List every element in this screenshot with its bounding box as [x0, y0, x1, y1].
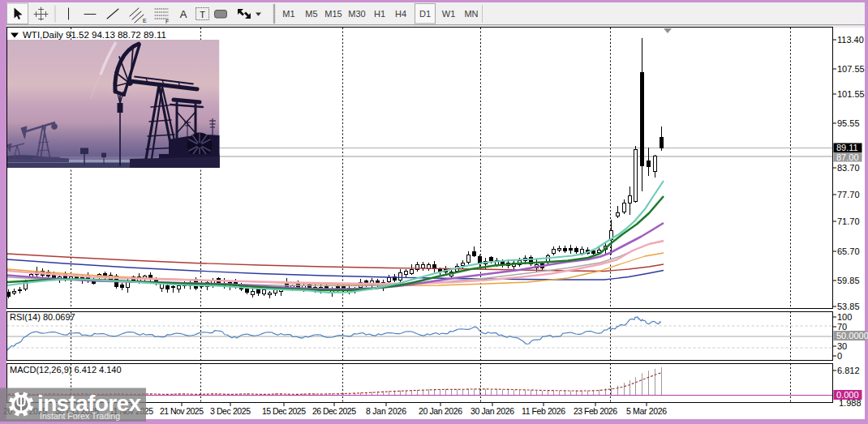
- svg-text:15 Dec 2025: 15 Dec 2025: [262, 406, 306, 416]
- svg-text:5 Mar 2026: 5 Mar 2026: [626, 406, 667, 416]
- svg-text:F: F: [165, 19, 169, 24]
- svg-text:20 Jan 2026: 20 Jan 2026: [419, 406, 462, 416]
- svg-text:87.00: 87.00: [836, 152, 859, 162]
- svg-text:E: E: [143, 18, 147, 24]
- svg-text:113.40: 113.40: [837, 35, 864, 45]
- svg-text:23 Feb 2026: 23 Feb 2026: [574, 406, 617, 416]
- svg-text:M30: M30: [348, 9, 365, 19]
- svg-text:RSI(14) 80.0697: RSI(14) 80.0697: [10, 312, 75, 322]
- svg-text:77.70: 77.70: [837, 190, 860, 199]
- svg-text:8 Jan 2026: 8 Jan 2026: [366, 406, 406, 416]
- svg-text:6.812: 6.812: [837, 366, 860, 375]
- svg-text:101.55: 101.55: [837, 89, 865, 99]
- svg-text:100: 100: [837, 312, 852, 322]
- svg-text:30 Jan 2026: 30 Jan 2026: [471, 406, 514, 416]
- svg-text:21 Nov 2025: 21 Nov 2025: [160, 406, 204, 416]
- svg-text:30: 30: [837, 341, 847, 351]
- svg-text:M5: M5: [305, 9, 317, 19]
- svg-text:WTI,Daily 91.52 94.13 88.72 8: WTI,Daily 91.52 94.13 88.72 89.11: [23, 30, 166, 40]
- svg-text:3 Dec 2025: 3 Dec 2025: [210, 406, 251, 416]
- svg-text:83.70: 83.70: [837, 163, 860, 173]
- svg-text:M15: M15: [324, 9, 342, 19]
- svg-text:71.70: 71.70: [837, 216, 860, 226]
- svg-text:53.85: 53.85: [837, 302, 860, 311]
- svg-text:MN: MN: [464, 9, 478, 19]
- svg-text:50.0000: 50.0000: [836, 331, 868, 340]
- svg-text:0: 0: [837, 351, 842, 361]
- svg-text:59.85: 59.85: [837, 276, 860, 285]
- svg-text:107.55: 107.55: [837, 64, 865, 74]
- svg-text:M1: M1: [282, 9, 294, 19]
- svg-text:11 Feb 2026: 11 Feb 2026: [522, 406, 565, 416]
- svg-text:95.55: 95.55: [837, 118, 860, 128]
- svg-text:H1: H1: [374, 9, 385, 19]
- svg-text:D1: D1: [419, 9, 431, 19]
- svg-text:A: A: [180, 8, 187, 20]
- svg-text:H4: H4: [395, 9, 406, 19]
- svg-text:W1: W1: [442, 9, 456, 19]
- svg-text:Instant Forex Trading: Instant Forex Trading: [40, 411, 120, 421]
- svg-text:65.70: 65.70: [837, 246, 860, 256]
- svg-text:26 Dec 2025: 26 Dec 2025: [312, 406, 356, 416]
- svg-text:MACD(12,26,9) 6.412 4.140: MACD(12,26,9) 6.412 4.140: [10, 365, 122, 375]
- svg-text:0.000: 0.000: [836, 390, 859, 400]
- svg-text:89.11: 89.11: [836, 143, 858, 152]
- svg-text:T: T: [200, 10, 205, 19]
